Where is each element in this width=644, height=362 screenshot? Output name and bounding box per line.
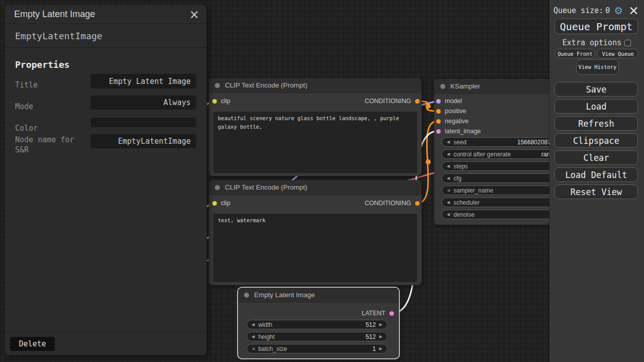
- view-queue-button[interactable]: View Queue: [597, 49, 638, 58]
- prompt-textarea[interactable]: text, watermark: [213, 214, 417, 282]
- view-history-button[interactable]: View History: [576, 59, 619, 75]
- steps-widget[interactable]: ◀ steps: [442, 161, 568, 171]
- slot-label: CONDITIONING: [365, 98, 411, 105]
- mode-field[interactable]: Always: [91, 96, 196, 110]
- comfyui-menu-panel: Queue size: 0 ⚙ × Queue Prompt Extra opt…: [549, 0, 644, 362]
- load-default-button[interactable]: Load Default: [554, 167, 638, 182]
- denoise-widget[interactable]: ◀ denoise: [442, 210, 568, 219]
- widget-label: batch_size: [258, 345, 287, 352]
- delete-node-button[interactable]: Delete: [10, 337, 55, 351]
- sampler-name-widget[interactable]: ◀ sampler_name: [442, 186, 568, 195]
- node-title-bar[interactable]: CLIP Text Encode (Prompt): [209, 78, 422, 93]
- extra-options-checkbox[interactable]: [624, 40, 631, 46]
- clip-slot-dot-icon[interactable]: [212, 201, 217, 206]
- conditioning-slot-dot-icon[interactable]: [436, 119, 441, 124]
- clipspace-button[interactable]: Clipspace: [554, 133, 638, 148]
- scheduler-widget[interactable]: ◀ scheduler: [442, 198, 568, 207]
- node-properties-dialog: Empty Latent Image × EmptyLatentImage Pr…: [5, 5, 206, 355]
- load-button[interactable]: Load: [554, 99, 638, 114]
- cfg-widget[interactable]: ◀ cfg: [442, 173, 568, 183]
- positive-input-slot[interactable]: positive: [436, 107, 466, 115]
- decrement-arrow-icon[interactable]: ◀: [252, 335, 255, 339]
- decrement-arrow-icon[interactable]: ◀: [252, 323, 255, 327]
- clip-slot-dot-icon[interactable]: [212, 99, 217, 104]
- batch-size-widget[interactable]: ◀ batch_size 1 ▶: [247, 344, 387, 353]
- decrement-arrow-icon[interactable]: ◀: [447, 140, 450, 144]
- property-label-mode: Mode: [15, 102, 91, 112]
- property-label-color: Color: [15, 123, 91, 133]
- node-title: CLIP Text Encode (Prompt): [225, 81, 307, 89]
- decrement-arrow-icon[interactable]: ◀: [447, 201, 450, 205]
- widget-label: sampler_name: [453, 187, 493, 194]
- widget-value: 512: [366, 333, 376, 340]
- latent-output-slot[interactable]: LATENT: [362, 309, 394, 317]
- model-slot-dot-icon[interactable]: [436, 99, 441, 104]
- save-button[interactable]: Save: [554, 82, 638, 97]
- collapse-dot-icon[interactable]: [215, 83, 220, 88]
- model-input-slot[interactable]: model: [436, 97, 462, 105]
- decrement-arrow-icon[interactable]: ◀: [447, 189, 450, 193]
- widget-label: cfg: [453, 175, 461, 182]
- conditioning-slot-dot-icon[interactable]: [415, 201, 420, 206]
- dialog-header: Empty Latent Image ×: [5, 5, 206, 24]
- widget-label: steps: [453, 163, 468, 170]
- node-clip-text-encode-positive[interactable]: CLIP Text Encode (Prompt) clip CONDITION…: [209, 78, 422, 176]
- widget-value: 1566802087: [517, 139, 551, 146]
- queue-front-button[interactable]: Queue Front: [555, 49, 595, 58]
- width-widget[interactable]: ◀ width 512 ▶: [247, 320, 387, 329]
- latent-slot-dot-icon[interactable]: [436, 129, 441, 134]
- prompt-textarea[interactable]: beautiful scenery nature glass bottle la…: [213, 112, 417, 173]
- control-after-generate-widget[interactable]: ◀ control after generate randomize: [442, 149, 568, 159]
- property-label-title: Title: [15, 80, 91, 90]
- widget-value: 1: [372, 345, 376, 352]
- reset-view-button[interactable]: Reset View: [554, 185, 638, 199]
- slot-label: clip: [221, 200, 230, 207]
- extra-options-label: Extra options: [562, 38, 621, 47]
- title-field[interactable]: Empty Latent Image: [91, 74, 196, 88]
- widget-label: denoise: [453, 211, 474, 218]
- decrement-arrow-icon[interactable]: ◀: [447, 164, 450, 168]
- collapse-dot-icon[interactable]: [244, 293, 249, 298]
- conditioning-output-slot[interactable]: CONDITIONING: [365, 97, 420, 105]
- latent-slot-dot-icon[interactable]: [389, 311, 394, 316]
- height-widget[interactable]: ◀ height 512 ▶: [247, 332, 387, 341]
- negative-input-slot[interactable]: negative: [436, 117, 468, 125]
- decrement-arrow-icon[interactable]: ◀: [447, 152, 450, 156]
- node-type-name: EmptyLatentImage: [5, 24, 206, 48]
- increment-arrow-icon[interactable]: ▶: [379, 347, 382, 351]
- color-field[interactable]: [91, 118, 196, 127]
- conditioning-slot-dot-icon[interactable]: [415, 99, 420, 104]
- collapse-dot-icon[interactable]: [440, 84, 445, 89]
- seed-widget[interactable]: ◀ seed 1566802087: [442, 137, 568, 147]
- decrement-arrow-icon[interactable]: ◀: [252, 347, 255, 351]
- gear-icon[interactable]: ⚙: [614, 6, 623, 16]
- decrement-arrow-icon[interactable]: ◀: [447, 213, 450, 217]
- latent-image-input-slot[interactable]: latent_image: [436, 127, 481, 135]
- slot-label: positive: [445, 108, 466, 115]
- collapse-dot-icon[interactable]: [215, 185, 220, 190]
- close-icon[interactable]: ×: [628, 6, 639, 16]
- node-title-bar[interactable]: CLIP Text Encode (Prompt): [209, 180, 422, 195]
- conditioning-output-slot[interactable]: CONDITIONING: [365, 199, 420, 207]
- comfyui-app: CLIP Text Encode (Prompt) clip CONDITION…: [0, 0, 644, 362]
- decrement-arrow-icon[interactable]: ◀: [447, 176, 450, 180]
- queue-prompt-button[interactable]: Queue Prompt: [554, 19, 638, 34]
- node-title: KSampler: [450, 82, 480, 90]
- node-empty-latent-image[interactable]: Empty Latent Image LATENT ◀ width 512 ▶ …: [238, 288, 399, 358]
- slot-label: LATENT: [362, 310, 385, 317]
- close-icon[interactable]: ×: [189, 9, 199, 21]
- clip-input-slot[interactable]: clip: [212, 199, 230, 207]
- widget-value: 512: [366, 321, 376, 328]
- node-clip-text-encode-negative[interactable]: CLIP Text Encode (Prompt) clip CONDITION…: [209, 180, 422, 285]
- widget-label: seed: [453, 139, 466, 146]
- increment-arrow-icon[interactable]: ▶: [379, 323, 382, 327]
- node-name-field[interactable]: EmptyLatentImage: [91, 134, 196, 148]
- refresh-button[interactable]: Refresh: [554, 116, 638, 131]
- increment-arrow-icon[interactable]: ▶: [379, 335, 382, 339]
- node-title-bar[interactable]: Empty Latent Image: [238, 288, 399, 303]
- clip-input-slot[interactable]: clip: [212, 97, 230, 105]
- widget-label: height: [258, 333, 275, 340]
- clear-button[interactable]: Clear: [554, 150, 638, 165]
- conditioning-slot-dot-icon[interactable]: [436, 109, 441, 114]
- slot-label: latent_image: [445, 128, 481, 135]
